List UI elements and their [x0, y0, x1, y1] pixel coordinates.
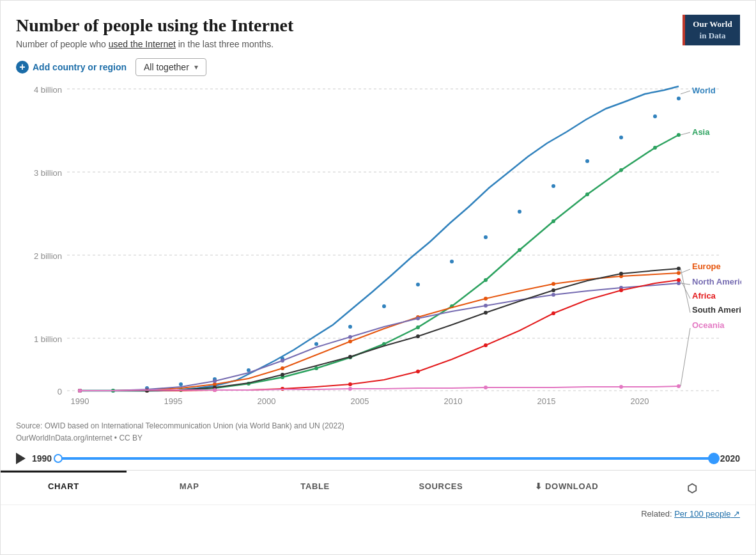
svg-point-75 [552, 288, 555, 292]
north-america-dots [78, 281, 681, 393]
logo-line2: in Data [691, 30, 734, 42]
svg-point-83 [677, 384, 681, 388]
svg-point-62 [348, 382, 352, 386]
southam-callout [681, 269, 690, 313]
asia-label: Asia [692, 127, 710, 137]
svg-point-76 [619, 272, 623, 276]
y-label-2b: 2 billion [34, 251, 62, 261]
svg-point-41 [281, 366, 284, 370]
svg-point-12 [484, 235, 488, 239]
x-label-1990: 1990 [71, 396, 89, 406]
svg-point-45 [552, 282, 555, 286]
chart-subtitle: Number of people who used the Internet i… [16, 39, 293, 49]
svg-point-36 [653, 146, 657, 150]
tab-sources[interactable]: SOURCES [378, 471, 504, 504]
timeline-end-year: 2020 [720, 453, 740, 464]
slider-right-thumb[interactable] [708, 453, 720, 464]
svg-point-61 [281, 387, 284, 391]
all-together-dropdown[interactable]: All together ▾ [135, 58, 206, 76]
africa-dots [78, 278, 681, 393]
tab-map[interactable]: MAP [127, 471, 252, 504]
y-label-0: 0 [58, 387, 62, 396]
world-label-line [681, 91, 690, 94]
svg-point-64 [484, 343, 488, 347]
play-button[interactable] [16, 453, 26, 464]
svg-point-80 [348, 387, 352, 391]
world-dots [78, 97, 681, 393]
svg-point-78 [78, 389, 82, 393]
timeline: 1990 2020 [1, 447, 755, 470]
y-label-4b: 4 billion [34, 85, 62, 95]
svg-point-14 [552, 184, 555, 188]
subtitle-suffix: in the last three months. [176, 39, 274, 49]
chevron-down-icon: ▾ [194, 63, 198, 72]
tabs-bar: CHART MAP TABLE SOURCES ⬇ DOWNLOAD ⬡ [1, 470, 755, 504]
related-link[interactable]: Per 100 people ↗ [674, 509, 740, 519]
dropdown-label: All together [144, 62, 189, 72]
svg-point-16 [619, 136, 623, 139]
x-label-2010: 2010 [444, 396, 463, 406]
x-label-2000: 2000 [258, 396, 276, 406]
header-left: Number of people using the Internet Numb… [16, 15, 293, 49]
svg-point-26 [314, 366, 318, 370]
tab-chart[interactable]: CHART [1, 471, 127, 504]
x-label-1995: 1995 [164, 396, 183, 406]
oceania-callout [681, 328, 690, 386]
svg-point-63 [416, 370, 420, 373]
svg-point-44 [484, 297, 488, 301]
africa-line [80, 280, 679, 391]
related-prefix: Related: [641, 509, 672, 519]
africa-label: Africa [692, 291, 716, 301]
world-label: World [692, 86, 716, 95]
logo-line1: Our World [691, 19, 734, 30]
tab-share[interactable]: ⬡ [629, 471, 755, 504]
y-label-3b: 3 billion [34, 168, 62, 178]
svg-point-33 [552, 219, 555, 223]
svg-point-34 [585, 192, 589, 196]
svg-point-11 [450, 260, 454, 263]
svg-point-73 [416, 334, 420, 338]
svg-point-3 [179, 382, 183, 386]
slider-track [58, 457, 714, 460]
tab-download[interactable]: ⬇ DOWNLOAD [504, 471, 629, 504]
svg-point-72 [348, 355, 352, 359]
svg-point-7 [314, 342, 318, 346]
tab-table[interactable]: TABLE [252, 471, 378, 504]
owid-logo[interactable]: Our World in Data [683, 15, 740, 45]
europe-callout [681, 269, 690, 273]
north-america-label: North America [692, 277, 741, 286]
svg-point-18 [677, 97, 681, 100]
svg-point-10 [416, 283, 420, 286]
chart-svg: 4 billion 3 billion 2 billion 1 billion … [16, 81, 741, 414]
svg-point-13 [518, 210, 521, 214]
source-line2: OurWorldInData.org/internet • CC BY [16, 432, 740, 444]
svg-point-79 [213, 388, 217, 392]
svg-point-54 [484, 304, 488, 308]
europe-dots [78, 271, 681, 393]
controls: + Add country or region All together ▾ [1, 56, 755, 81]
svg-point-74 [484, 311, 488, 315]
svg-point-77 [677, 267, 681, 270]
world-line [80, 86, 679, 391]
svg-point-66 [619, 288, 623, 292]
svg-point-5 [247, 368, 251, 372]
source-text: Source: OWID based on International Tele… [1, 416, 755, 447]
svg-point-67 [677, 278, 681, 282]
svg-point-32 [518, 248, 521, 252]
svg-point-42 [348, 340, 352, 343]
subtitle-link[interactable]: used the Internet [109, 39, 176, 49]
svg-point-37 [677, 133, 681, 137]
add-country-label: Add country or region [33, 62, 127, 72]
related-bar: Related: Per 100 people ↗ [1, 504, 755, 522]
add-country-button[interactable]: + Add country or region [16, 61, 127, 74]
timeline-slider[interactable] [58, 452, 714, 465]
europe-label: Europe [692, 262, 721, 271]
plus-icon: + [16, 61, 29, 74]
south-america-line [80, 269, 679, 391]
slider-left-thumb[interactable] [54, 454, 63, 463]
asia-label-line [681, 132, 690, 135]
svg-point-17 [653, 114, 657, 118]
svg-point-29 [416, 325, 420, 329]
south-america-label: South America [692, 305, 741, 315]
y-label-1b: 1 billion [34, 334, 62, 344]
